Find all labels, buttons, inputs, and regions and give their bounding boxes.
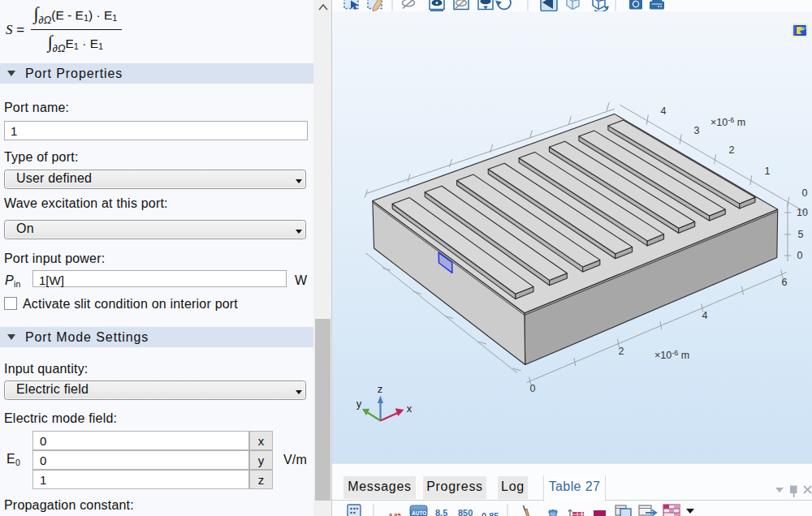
svg-text:8.85: 8.85: [389, 512, 401, 516]
svg-text:x: x: [407, 402, 412, 415]
svg-text:0: 0: [797, 250, 803, 261]
svg-text:z: z: [378, 383, 383, 395]
svg-text:2: 2: [619, 346, 624, 357]
svg-text:×10-6 m: ×10-6 m: [654, 349, 689, 361]
svg-text:850: 850: [458, 508, 473, 516]
svg-text:10: 10: [797, 207, 808, 218]
svg-text:1: 1: [765, 166, 771, 177]
svg-text:4: 4: [661, 105, 667, 117]
svg-text:8.5: 8.5: [435, 508, 447, 516]
svg-text:×10-6 m: ×10-6 m: [710, 116, 745, 128]
svg-text:0: 0: [802, 187, 808, 199]
svg-text:0: 0: [530, 383, 536, 394]
svg-text:6: 6: [782, 277, 788, 288]
svg-text:y: y: [356, 398, 362, 410]
svg-text:3: 3: [694, 125, 700, 136]
svg-text:2: 2: [729, 144, 735, 156]
svg-text:AUTO: AUTO: [412, 510, 426, 516]
svg-text:4: 4: [702, 310, 708, 321]
svg-text:0.85: 0.85: [482, 511, 499, 516]
svg-text:5: 5: [798, 229, 804, 240]
